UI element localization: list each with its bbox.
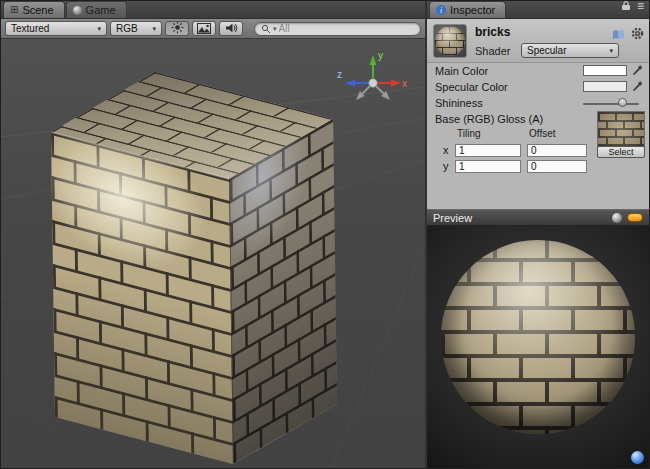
preview-options-icon[interactable] [627,213,643,222]
magnifier-icon [261,20,271,38]
tab-inspector-label: Inspector [450,4,495,16]
gizmo-z-axis[interactable]: z [337,69,373,87]
color-mode-dropdown[interactable]: RGB ▾ [110,21,162,36]
tiling-y-input[interactable] [455,160,521,173]
cube-face-right [229,119,337,464]
x-axis-label: x [443,144,449,156]
cube-face-left [51,132,233,464]
eyedropper-icon[interactable] [632,81,643,94]
shininess-slider-track[interactable] [583,103,639,105]
specular-color-label: Specular Color [435,81,508,93]
preview-mesh-icon[interactable] [612,213,622,223]
image-mountains-icon [197,20,211,38]
unity-editor-window: ⊞ Scene Game Textured ▾ RGB ▾ [0,0,650,469]
scene-grid-icon: ⊞ [10,5,18,15]
material-header: bricks Shader Specular ▾ [427,19,649,63]
scene-pane: ⊞ Scene Game Textured ▾ RGB ▾ [1,1,427,468]
skybox-fx-toggle[interactable] [192,21,216,36]
y-axis-label: y [443,160,449,172]
sun-icon [171,20,184,38]
material-properties: Main Color Specular Color Shininess [427,63,649,169]
preview-sphere[interactable] [441,240,635,434]
scene-viewport[interactable]: y x z [1,39,425,468]
svg-text:x: x [402,78,407,89]
main-color-swatch[interactable] [583,65,627,76]
preview-area [427,226,649,468]
specular-color-row: Specular Color [427,79,649,95]
shader-dropdown[interactable]: Specular ▾ [521,43,619,58]
lock-icon[interactable] [621,0,631,15]
info-icon: i [436,5,446,15]
orientation-gizmo[interactable]: y x z [335,47,411,113]
tab-scene-label: Scene [22,4,53,16]
shader-label: Shader [475,45,510,57]
gear-icon[interactable] [631,26,644,44]
tiling-header: Tiling [457,128,481,139]
specular-color-swatch[interactable] [583,81,627,92]
tab-game-label: Game [86,4,116,16]
gizmo-y-axis[interactable]: y [370,50,384,83]
svg-text:y: y [378,50,383,61]
search-input[interactable] [279,23,414,34]
offset-x-input[interactable] [527,144,587,157]
scene-tabstrip: ⊞ Scene Game [1,1,425,19]
material-name: bricks [475,25,510,39]
preview-header[interactable]: Preview [427,209,649,226]
shininess-row: Shininess [427,95,649,111]
search-box[interactable]: ▾ [254,22,421,36]
inspector-body: bricks Shader Specular ▾ Main Co [427,19,649,209]
shader-value: Specular [527,45,566,56]
audio-toggle[interactable] [219,21,243,36]
inspector-tabstrip: i Inspector ≡ [427,1,649,19]
offset-header: Offset [529,128,556,139]
draw-mode-dropdown[interactable]: Textured ▾ [5,21,107,36]
tab-inspector[interactable]: i Inspector [429,1,506,18]
scene-toolbar: Textured ▾ RGB ▾ [1,19,425,39]
offset-y-input[interactable] [527,160,587,173]
shininess-label: Shininess [435,97,483,109]
lighting-toggle[interactable] [165,21,189,36]
shininess-slider-thumb[interactable] [618,98,627,107]
chevron-down-icon: ▾ [152,25,156,33]
game-icon [73,6,82,15]
base-map-label: Base (RGB) Gloss (A) [435,113,543,125]
main-color-label: Main Color [435,65,488,77]
svg-text:z: z [337,69,342,80]
preview-title: Preview [433,212,472,224]
gizmo-center[interactable] [369,79,378,88]
eyedropper-icon[interactable] [632,65,643,78]
menu-icon[interactable]: ≡ [637,0,644,12]
color-mode-value: RGB [116,23,138,34]
draw-mode-value: Textured [11,23,49,34]
material-sphere [435,26,465,56]
inspector-pane: i Inspector ≡ bricks Shader Specular ▾ [427,1,649,468]
tab-game[interactable]: Game [66,1,127,18]
tab-scene[interactable]: ⊞ Scene [3,1,65,18]
help-icon[interactable] [612,26,625,44]
chevron-down-icon: ▾ [609,47,613,55]
main-color-row: Main Color [427,63,649,79]
material-preview-thumb [433,24,467,58]
select-texture-button[interactable]: Select [597,146,645,158]
speaker-icon [225,20,238,38]
blue-orb-icon [631,451,644,464]
tiling-x-input[interactable] [455,144,521,157]
chevron-down-icon: ▾ [273,25,277,33]
tiling-y-row: y [427,159,649,175]
chevron-down-icon: ▾ [97,25,101,33]
